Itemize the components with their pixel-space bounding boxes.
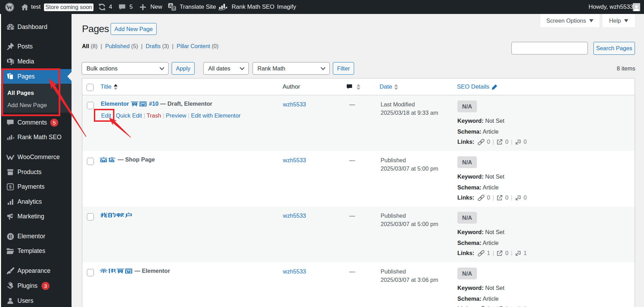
svg-text:$: $: [9, 184, 12, 189]
svg-text:W: W: [7, 4, 13, 11]
